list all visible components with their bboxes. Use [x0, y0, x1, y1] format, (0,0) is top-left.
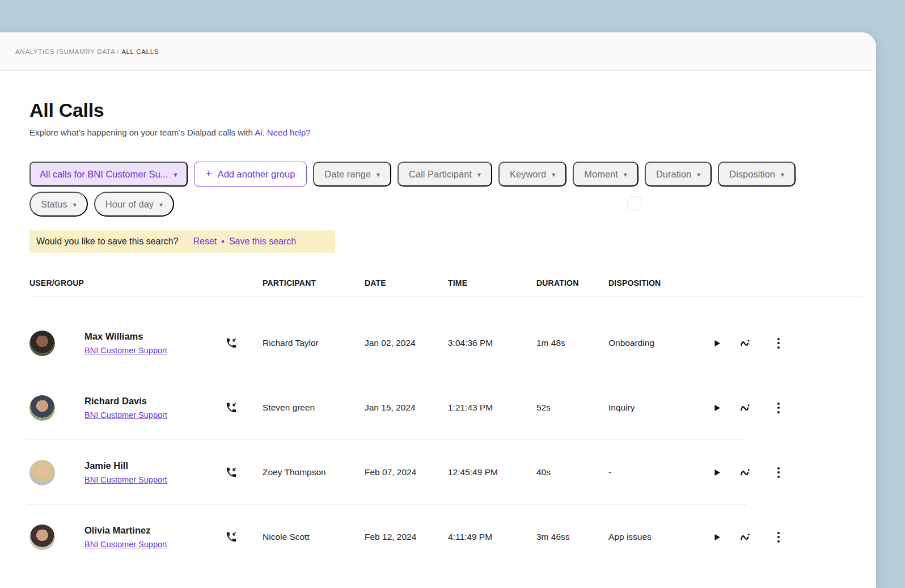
- table-header: USER/GROUP PARTICIPANT DATE TIME DURATIO…: [29, 253, 862, 297]
- unchecked-checkbox[interactable]: [627, 196, 642, 211]
- ai-help-link[interactable]: Ai. Need help?: [255, 128, 310, 137]
- duration-cell: 52s: [536, 403, 608, 413]
- save-search-banner: Would you like to save this search? Rese…: [29, 230, 335, 253]
- kebab-menu-button[interactable]: [762, 530, 796, 545]
- user-name: Olivia Martinez: [84, 525, 167, 536]
- column-header-disposition: DISPOSITION: [608, 278, 704, 287]
- user-name: Jamie Hill: [84, 460, 167, 471]
- kebab-menu-icon: [777, 467, 780, 478]
- breadcrumb-path[interactable]: ANALYTICS /SUMAMRY DATA /: [15, 48, 121, 55]
- column-header-time: TIME: [448, 278, 536, 287]
- chevron-down-icon: ▾: [377, 171, 380, 179]
- avatar: [29, 460, 55, 485]
- chevron-down-icon: ▾: [159, 201, 163, 209]
- time-cell: 12:45:49 PM: [448, 467, 536, 477]
- save-banner-question: Would you like to save this search?: [36, 236, 179, 247]
- user-group-cell: Olivia Martinez BNI Customer Support: [29, 524, 225, 550]
- user-group-cell: Richard Davis BNI Customer Support: [29, 395, 225, 421]
- kebab-menu-icon: [777, 532, 780, 543]
- filter-chip-call-participant[interactable]: Call Participant ▾: [397, 162, 492, 187]
- chevron-down-icon: ▾: [624, 171, 627, 179]
- participant-cell: Steven green: [263, 403, 365, 413]
- table-row[interactable]: Olivia Martinez BNI Customer Support Nic…: [29, 505, 876, 569]
- table-row[interactable]: Richard Davis BNI Customer Support Steve…: [29, 375, 876, 440]
- ai-transcript-button[interactable]: [730, 335, 762, 352]
- page-header: All Calls Explore what’s happening on yo…: [0, 71, 876, 137]
- user-name: Richard Davis: [84, 396, 167, 407]
- avatar: [29, 395, 55, 421]
- reset-link[interactable]: Reset: [193, 236, 217, 247]
- play-recording-button[interactable]: [704, 401, 730, 414]
- kebab-menu-icon: [777, 338, 780, 349]
- play-recording-button[interactable]: [704, 531, 730, 544]
- user-group-text: Olivia Martinez BNI Customer Support: [84, 525, 167, 549]
- time-cell: 1:21:43 PM: [448, 403, 536, 413]
- group-selector-label: All calls for BNI Customer Su...: [40, 169, 168, 180]
- dot-separator: •: [221, 236, 225, 247]
- group-link[interactable]: BNI Customer Support: [84, 540, 167, 549]
- ai-transcript-button[interactable]: [730, 399, 762, 416]
- user-group-cell: Jamie Hill BNI Customer Support: [29, 460, 225, 485]
- ai-transcript-button[interactable]: [730, 528, 762, 545]
- filter-chip-status[interactable]: Status ▾: [29, 192, 88, 217]
- chevron-down-icon: ▾: [73, 201, 77, 209]
- avatar: [29, 331, 55, 356]
- user-group-text: Richard Davis BNI Customer Support: [84, 396, 167, 420]
- play-recording-button[interactable]: [704, 337, 730, 350]
- filter-chip-duration[interactable]: Duration ▾: [645, 162, 712, 187]
- duration-cell: 3m 46ss: [536, 532, 608, 542]
- ai-transcript-button[interactable]: [730, 464, 762, 481]
- filter-chip-moment[interactable]: Moment ▾: [573, 162, 638, 187]
- disposition-cell: -: [608, 467, 704, 477]
- date-cell: Jan 02, 2024: [365, 338, 448, 348]
- table-row[interactable]: Max Williams BNI Customer Support Richar…: [29, 311, 876, 375]
- user-group-cell: Max Williams BNI Customer Support: [29, 331, 225, 356]
- date-cell: Jan 15, 2024: [365, 403, 448, 413]
- filter-chip-keyword[interactable]: Keyword ▾: [498, 162, 566, 187]
- breadcrumb-current: ALL CALLS: [121, 48, 159, 55]
- disposition-cell: Inquiry: [608, 403, 704, 413]
- play-recording-button[interactable]: [704, 466, 730, 479]
- participant-cell: Nicole Scott: [263, 532, 365, 542]
- kebab-menu-button[interactable]: [762, 400, 796, 416]
- user-group-text: Max Williams BNI Customer Support: [84, 331, 167, 356]
- column-header-duration: DURATION: [536, 278, 608, 287]
- save-this-search-link[interactable]: Save this search: [229, 236, 296, 247]
- table-body: Max Williams BNI Customer Support Richar…: [29, 297, 876, 569]
- group-selector-button[interactable]: All calls for BNI Customer Su... ▾: [29, 162, 188, 187]
- participant-cell: Zoey Thompson: [263, 467, 365, 477]
- filter-chips-row2: Status ▾ Hour of day ▾: [29, 192, 876, 217]
- chevron-down-icon: ▾: [697, 171, 700, 179]
- filter-chip-disposition[interactable]: Disposition ▾: [718, 162, 796, 187]
- page-background: { "colors": { "page_bg": "#b7cdd9", "car…: [0, 0, 905, 588]
- add-group-button[interactable]: + Add another group: [194, 162, 307, 187]
- filter-chips-row1: All calls for BNI Customer Su... ▾ + Add…: [29, 162, 876, 187]
- page-subtitle: Explore what’s happening on your team’s …: [29, 128, 876, 137]
- incoming-call-icon: [225, 337, 263, 349]
- date-cell: Feb 07, 2024: [365, 467, 448, 477]
- group-link[interactable]: BNI Customer Support: [84, 475, 167, 484]
- incoming-call-icon: [225, 531, 263, 543]
- main-card: ANALYTICS /SUMAMRY DATA / ALL CALLS All …: [0, 32, 876, 588]
- chevron-down-icon: ▾: [781, 171, 784, 179]
- subtitle-text: Explore what’s happening on your team’s …: [29, 128, 253, 137]
- user-group-text: Jamie Hill BNI Customer Support: [84, 460, 167, 485]
- disposition-cell: App issues: [608, 532, 704, 542]
- avatar: [29, 524, 55, 550]
- column-header-participant: PARTICIPANT: [263, 278, 365, 287]
- breadcrumb-bar: ANALYTICS /SUMAMRY DATA / ALL CALLS: [0, 32, 876, 71]
- filter-chip-hour-of-day[interactable]: Hour of day ▾: [94, 192, 174, 217]
- filter-chip-date-range[interactable]: Date range ▾: [313, 162, 391, 187]
- group-link[interactable]: BNI Customer Support: [84, 411, 167, 420]
- table-row[interactable]: Jamie Hill BNI Customer Support Zoey Tho…: [29, 440, 876, 505]
- kebab-menu-button[interactable]: [762, 465, 796, 480]
- column-header-user-group: USER/GROUP: [29, 278, 225, 287]
- column-header-spacer: [225, 278, 263, 287]
- kebab-menu-button[interactable]: [762, 336, 796, 351]
- kebab-menu-icon: [777, 403, 780, 413]
- disposition-cell: Onboarding: [608, 338, 704, 348]
- group-link[interactable]: BNI Customer Support: [84, 346, 167, 355]
- chevron-down-icon: ▾: [477, 171, 481, 179]
- duration-cell: 40s: [536, 467, 608, 477]
- plus-icon: +: [206, 167, 212, 180]
